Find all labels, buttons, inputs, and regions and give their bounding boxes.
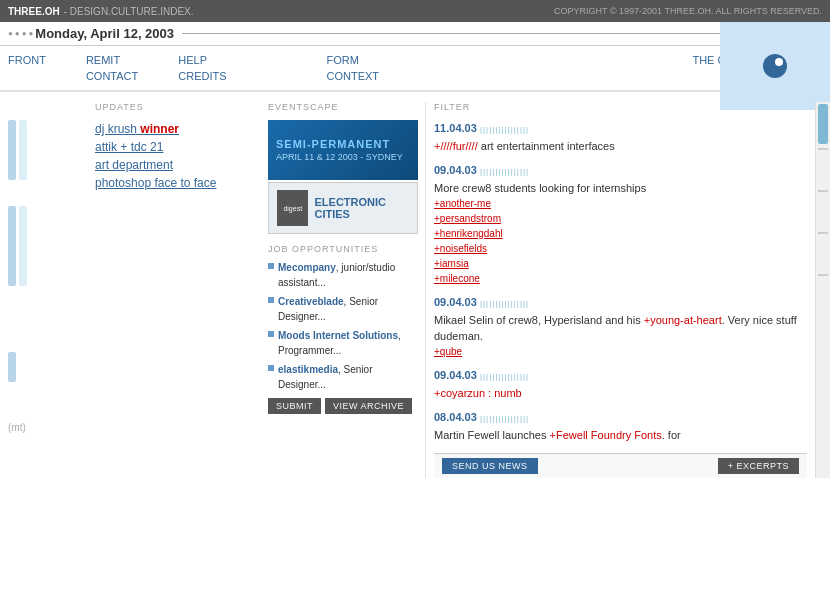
job-bullet-0 xyxy=(268,263,274,269)
update-item-1[interactable]: attik + tdc 21 xyxy=(95,138,250,156)
sidebar-bar-4 xyxy=(19,206,27,286)
entry-bars-2: |||||||||||||||| xyxy=(480,299,529,308)
entry-bars-4: |||||||||||||||| xyxy=(480,414,529,423)
eventscape-banner-2[interactable]: digest ELECTRONIC CITIES xyxy=(268,182,418,234)
filter-entry-4: 08.04.03 |||||||||||||||| Martin Fewell … xyxy=(434,409,807,443)
entry-date-2: 09.04.03 xyxy=(434,296,477,308)
tag-link-iamsia[interactable]: +iamsia xyxy=(434,256,807,271)
current-date: Monday, April 12, 2003 xyxy=(35,26,174,41)
job-bullet-2 xyxy=(268,331,274,337)
update-item-2[interactable]: art department xyxy=(95,156,250,174)
sidebar-bar-3 xyxy=(8,206,16,286)
job-text-1: Creativeblade, Senior Designer... xyxy=(278,294,417,324)
sidebar-spacer xyxy=(8,183,85,203)
entry-bars-3: |||||||||||||||| xyxy=(480,372,529,381)
filter-entry-1: 09.04.03 |||||||||||||||| More crew8 stu… xyxy=(434,162,807,286)
digest-logo: digest xyxy=(277,190,308,226)
eventscape-section: EVENTSCAPE SEMI-PERMANENT APRIL 11 & 12 … xyxy=(260,102,425,478)
entry-date-3: 09.04.03 xyxy=(434,369,477,381)
filter-entry-2: 09.04.03 |||||||||||||||| Mikael Selin o… xyxy=(434,294,807,359)
filter-entry-3: 09.04.03 |||||||||||||||| +coyarzun : nu… xyxy=(434,367,807,401)
send-news-button[interactable]: SEND US NEWS xyxy=(442,458,538,474)
tag-link-noisefields[interactable]: +noisefields xyxy=(434,241,807,256)
sidebar-bars xyxy=(8,120,85,382)
submit-button[interactable]: SUBMIT xyxy=(268,398,321,414)
nav-col-front: FRONT xyxy=(8,52,46,84)
nav-context[interactable]: CONTEXT xyxy=(327,68,380,84)
nav-help[interactable]: HELP xyxy=(178,52,226,68)
entry-link-young[interactable]: +young-at-heart xyxy=(644,314,722,326)
entry-date-0: 11.04.03 xyxy=(434,122,477,134)
update-item-3[interactable]: photoshop face to face xyxy=(95,174,250,192)
date-bar: ●●●● Monday, April 12, 2003 xyxy=(0,22,830,46)
job-buttons: SUBMIT VIEW ARCHIVE xyxy=(268,398,417,414)
entry-text-4: Martin Fewell launches +Fewell Foundry F… xyxy=(434,429,681,441)
tag-link-another-me[interactable]: +another-me xyxy=(434,196,807,211)
right-scrollbar[interactable] xyxy=(815,102,830,478)
job-item-2: Moods Internet Solutions, Programmer... xyxy=(268,328,417,358)
entry-link-fewell[interactable]: +Fewell Foundry Fonts xyxy=(550,429,662,441)
job-link-2[interactable]: Moods Internet Solutions xyxy=(278,330,398,341)
sidebar: (mt) xyxy=(0,102,85,478)
scroll-tick-3 xyxy=(818,232,828,234)
tag-link-henrikengdahl[interactable]: +henrikengdahl xyxy=(434,226,807,241)
digest-text: digest xyxy=(283,205,302,212)
job-text-0: Mecompany, junior/studio assistant... xyxy=(278,260,417,290)
sidebar-bar-2 xyxy=(19,120,27,180)
job-text-3: elastikmedia, Senior Designer... xyxy=(278,362,417,392)
eventscape-banner-1[interactable]: SEMI-PERMANENT APRIL 11 & 12 2003 - SYDN… xyxy=(268,120,418,180)
job-link-3[interactable]: elastikmedia xyxy=(278,364,338,375)
nav-front[interactable]: FRONT xyxy=(8,52,46,68)
dots-icon: ●●●● xyxy=(8,29,35,38)
nav-remit[interactable]: REMIT xyxy=(86,52,138,68)
tag-link-persandstrom[interactable]: +persandstrom xyxy=(434,211,807,226)
scroll-thumb xyxy=(818,104,828,144)
entry-link-coyarzun[interactable]: +coyarzun : numb xyxy=(434,387,522,399)
update-item-0[interactable]: dj krush winner xyxy=(95,120,250,138)
update-highlight-0: winner xyxy=(140,122,179,136)
nav-credits[interactable]: CREDITS xyxy=(178,68,226,84)
job-link-1[interactable]: Creativeblade xyxy=(278,296,344,307)
nav-form[interactable]: FORM xyxy=(327,52,380,68)
entry-text-1: More crew8 students looking for internsh… xyxy=(434,182,646,194)
logo-text: (mt) xyxy=(8,422,26,433)
sidebar-bar-5 xyxy=(8,352,16,382)
nav-col-middle: FORM CONTEXT xyxy=(327,52,380,84)
copyright: COPYRIGHT © 1997-2001 THREE.OH. ALL RIGH… xyxy=(554,6,822,16)
job-bullet-1 xyxy=(268,297,274,303)
sidebar-logo: (mt) xyxy=(8,422,85,433)
job-item-1: Creativeblade, Senior Designer... xyxy=(268,294,417,324)
filter-bottom-bar: SEND US NEWS EXCERPTS xyxy=(434,453,807,478)
blue-dot-icon xyxy=(763,54,787,78)
updates-title: UPDATES xyxy=(95,102,250,112)
entry-link-0[interactable]: +////fur//// xyxy=(434,140,478,152)
entry-date-4: 08.04.03 xyxy=(434,411,477,423)
tag-link-milecone[interactable]: +milecone xyxy=(434,271,807,286)
sidebar-bar-group3 xyxy=(8,352,85,382)
entry-bars-0: |||||||||||||||| xyxy=(480,125,529,134)
site-name: THREE.OH xyxy=(8,6,60,17)
event-date: APRIL 11 & 12 2003 - SYDNEY xyxy=(276,152,410,162)
sidebar-bar-group1 xyxy=(8,120,85,180)
sidebar-spacer2 xyxy=(8,289,85,349)
updates-section: UPDATES dj krush winner attik + tdc 21 a… xyxy=(85,102,260,478)
view-archive-button[interactable]: VIEW ARCHIVE xyxy=(325,398,412,414)
tag-link-qube[interactable]: +qube xyxy=(434,344,807,359)
job-link-0[interactable]: Mecompany xyxy=(278,262,336,273)
filter-title: FILTER xyxy=(434,102,807,112)
entry-text-0: +////fur//// art entertainment interface… xyxy=(434,140,615,152)
nav-col-remit: REMIT CONTACT xyxy=(86,52,138,84)
eventscape-title: EVENTSCAPE xyxy=(268,102,417,112)
scroll-tick-2 xyxy=(818,190,828,192)
electronic-cities-label: ELECTRONIC CITIES xyxy=(314,196,409,220)
job-text-2: Moods Internet Solutions, Programmer... xyxy=(278,328,417,358)
scroll-tick-4 xyxy=(818,274,828,276)
scroll-tick-1 xyxy=(818,148,828,150)
main-content: (mt) UPDATES dj krush winner attik + tdc… xyxy=(0,92,830,478)
job-bullet-3 xyxy=(268,365,274,371)
excerpts-button[interactable]: EXCERPTS xyxy=(718,458,799,474)
entry-date-1: 09.04.03 xyxy=(434,164,477,176)
nav-contact[interactable]: CONTACT xyxy=(86,68,138,84)
job-item-3: elastikmedia, Senior Designer... xyxy=(268,362,417,392)
semi-permanent-label: SEMI-PERMANENT xyxy=(276,138,410,150)
